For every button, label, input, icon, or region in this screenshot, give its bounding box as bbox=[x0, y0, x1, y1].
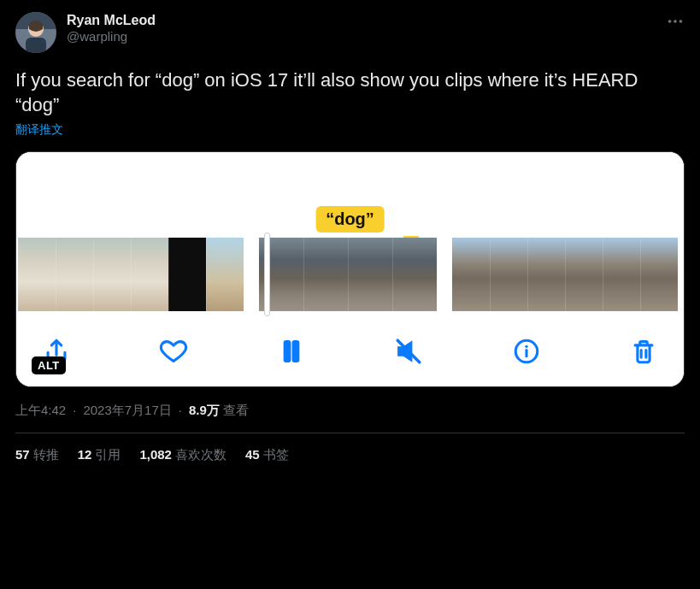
meta-separator bbox=[69, 403, 79, 417]
quotes-count: 12 bbox=[78, 447, 92, 462]
clip-group[interactable] bbox=[452, 238, 678, 311]
timeline-frame bbox=[93, 238, 131, 311]
more-options-button[interactable] bbox=[666, 12, 685, 34]
timeline-frame bbox=[206, 238, 244, 311]
svg-rect-8 bbox=[293, 342, 298, 362]
delete-button[interactable] bbox=[627, 335, 660, 368]
media-toolbar bbox=[16, 320, 684, 386]
svg-point-5 bbox=[674, 20, 677, 23]
tweet-header: Ryan McLeod @warpling bbox=[15, 12, 685, 53]
retweets-count: 57 bbox=[15, 447, 30, 462]
tweet-time[interactable]: 上午4:42 bbox=[15, 403, 66, 419]
quotes-stat[interactable]: 12引用 bbox=[78, 447, 121, 463]
retweets-stat[interactable]: 57转推 bbox=[15, 447, 59, 463]
timeline-frame bbox=[56, 238, 93, 311]
retweets-label: 转推 bbox=[33, 447, 59, 462]
speaker-muted-icon bbox=[394, 337, 423, 366]
timeline-frame bbox=[640, 238, 678, 311]
bookmarks-label: 书签 bbox=[263, 447, 289, 462]
svg-rect-7 bbox=[285, 342, 290, 362]
tweet-meta: 上午4:42 2023年7月17日 8.9万 查看 bbox=[15, 403, 685, 419]
meta-separator bbox=[175, 403, 185, 417]
search-tag-label: “dog” bbox=[315, 206, 385, 233]
timeline-frame bbox=[527, 238, 565, 311]
divider bbox=[15, 433, 685, 433]
clip-group[interactable] bbox=[18, 238, 244, 311]
bookmarks-count: 45 bbox=[245, 447, 260, 462]
mute-button[interactable] bbox=[392, 335, 425, 368]
svg-point-4 bbox=[668, 20, 672, 23]
tweet-date[interactable]: 2023年7月17日 bbox=[83, 403, 171, 419]
bookmarks-stat[interactable]: 45书签 bbox=[245, 447, 289, 463]
likes-stat[interactable]: 1,082喜欢次数 bbox=[139, 447, 226, 463]
clip-group[interactable] bbox=[259, 238, 437, 311]
timeline-frame bbox=[168, 238, 206, 311]
timeline-frame bbox=[348, 238, 392, 311]
tweet-text: If you search for “dog” on iOS 17 it’ll … bbox=[15, 68, 685, 117]
tweet-stats: 57转推 12引用 1,082喜欢次数 45书签 bbox=[15, 447, 685, 463]
views-count[interactable]: 8.9万 bbox=[189, 403, 220, 419]
timeline-frame bbox=[303, 238, 348, 311]
trash-icon bbox=[629, 337, 658, 366]
timeline-frame bbox=[452, 238, 490, 311]
likes-label: 喜欢次数 bbox=[175, 447, 226, 462]
alt-badge[interactable]: ALT bbox=[32, 356, 66, 374]
timeline-frame bbox=[131, 238, 168, 311]
pause-button[interactable] bbox=[275, 335, 308, 368]
timeline-frame bbox=[490, 238, 527, 311]
timeline-frame bbox=[603, 238, 640, 311]
info-button[interactable] bbox=[510, 335, 543, 368]
avatar[interactable] bbox=[15, 12, 56, 53]
svg-rect-3 bbox=[26, 38, 46, 53]
timeline-frame bbox=[18, 238, 56, 311]
media-preview-area: “dog” bbox=[16, 152, 684, 238]
video-timeline[interactable] bbox=[16, 238, 684, 320]
svg-point-12 bbox=[525, 345, 527, 348]
quotes-label: 引用 bbox=[95, 447, 121, 462]
display-name[interactable]: Ryan McLeod bbox=[67, 12, 156, 29]
likes-count: 1,082 bbox=[139, 447, 172, 462]
timeline-frame bbox=[392, 238, 437, 311]
timeline-frame bbox=[259, 238, 303, 311]
like-button[interactable] bbox=[157, 335, 190, 368]
user-info: Ryan McLeod @warpling bbox=[67, 12, 156, 45]
views-label: 查看 bbox=[223, 403, 249, 419]
translate-link[interactable]: 翻译推文 bbox=[15, 122, 63, 138]
info-icon bbox=[512, 337, 541, 366]
timeline-frame bbox=[565, 238, 603, 311]
heart-icon bbox=[159, 337, 188, 366]
pause-icon bbox=[277, 337, 306, 366]
svg-point-6 bbox=[679, 20, 683, 23]
media-card[interactable]: “dog” bbox=[15, 151, 685, 387]
user-handle[interactable]: @warpling bbox=[67, 29, 156, 45]
